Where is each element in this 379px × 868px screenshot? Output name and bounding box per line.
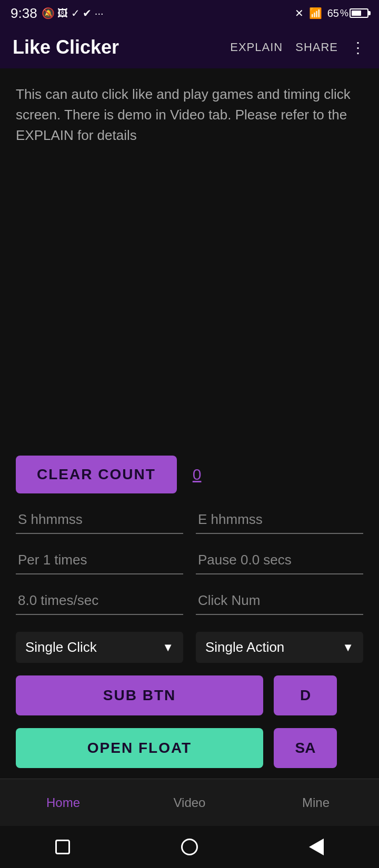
system-nav xyxy=(0,826,379,868)
start-time-wrapper xyxy=(16,506,183,534)
per-pause-row xyxy=(16,547,363,574)
back-icon xyxy=(309,839,324,855)
end-time-input[interactable] xyxy=(196,506,363,534)
dropdown-row: Single Click ▼ Single Action ▼ xyxy=(16,632,363,663)
app-title: Like Clicker xyxy=(13,36,220,58)
times-clicknum-row xyxy=(16,587,363,615)
per-times-input[interactable] xyxy=(16,547,183,574)
main-content: This can auto click like and play games … xyxy=(0,68,379,779)
clear-count-button[interactable]: CLEAR COUNT xyxy=(16,456,177,493)
more-options-button[interactable]: ⋮ xyxy=(351,39,366,56)
app-bar: Like Clicker EXPLAIN SHARE ⋮ xyxy=(0,26,379,68)
end-time-wrapper xyxy=(196,506,363,534)
action-type-label: Single Action xyxy=(205,639,342,655)
time-inputs-row xyxy=(16,506,363,534)
open-float-row: OPEN FLOAT SA xyxy=(16,728,363,768)
click-type-chevron-down-icon: ▼ xyxy=(162,641,174,654)
description-text: This can auto click like and play games … xyxy=(16,84,363,146)
per-times-wrapper xyxy=(16,547,183,574)
action-type-dropdown[interactable]: Single Action ▼ xyxy=(196,632,363,663)
nav-video-label: Video xyxy=(174,795,206,810)
recent-apps-icon xyxy=(55,840,70,854)
notification-icons: 🔕 🖼 ✓ ✔ ··· xyxy=(42,7,104,19)
battery-body xyxy=(350,8,368,18)
controls-section: CLEAR COUNT 0 xyxy=(16,456,363,768)
clear-count-row: CLEAR COUNT 0 xyxy=(16,456,363,493)
d-button[interactable]: D xyxy=(274,675,337,715)
nav-home[interactable]: Home xyxy=(0,779,126,826)
nav-video[interactable]: Video xyxy=(126,779,253,826)
open-float-button[interactable]: OPEN FLOAT xyxy=(16,728,263,768)
sub-button[interactable]: SUB BTN xyxy=(16,675,263,715)
explain-button[interactable]: EXPLAIN xyxy=(230,41,283,54)
pause-secs-wrapper xyxy=(196,547,363,574)
click-num-wrapper xyxy=(196,587,363,615)
time-display: 9:38 xyxy=(11,5,37,22)
status-bar: 9:38 🔕 🖼 ✓ ✔ ··· ✕ 📶 65 % xyxy=(0,0,379,26)
battery-indicator: 65 % xyxy=(327,7,368,19)
click-type-dropdown[interactable]: Single Click ▼ xyxy=(16,632,183,663)
battery-fill xyxy=(352,11,361,16)
count-value: 0 xyxy=(193,466,202,483)
start-time-input[interactable] xyxy=(16,506,183,534)
action-type-chevron-down-icon: ▼ xyxy=(342,641,354,654)
bottom-nav: Home Video Mine xyxy=(0,779,379,826)
cancel-icon: ✕ xyxy=(295,7,304,19)
nav-home-label: Home xyxy=(46,795,80,810)
pause-secs-input[interactable] xyxy=(196,547,363,574)
app-bar-actions: EXPLAIN SHARE ⋮ xyxy=(230,39,366,56)
times-per-sec-wrapper xyxy=(16,587,183,615)
battery-percent: 65 xyxy=(327,7,339,19)
home-icon xyxy=(181,839,198,855)
sa-button[interactable]: SA xyxy=(274,728,337,768)
recent-apps-button[interactable] xyxy=(55,840,70,854)
times-per-sec-input[interactable] xyxy=(16,587,183,615)
nav-mine-label: Mine xyxy=(302,795,330,810)
share-button[interactable]: SHARE xyxy=(295,41,338,54)
click-num-input[interactable] xyxy=(196,587,363,615)
spacer xyxy=(16,162,363,456)
home-button[interactable] xyxy=(181,839,198,855)
back-button[interactable] xyxy=(309,839,324,855)
nav-mine[interactable]: Mine xyxy=(253,779,379,826)
sub-btn-row: SUB BTN D xyxy=(16,675,363,715)
wifi-icon: 📶 xyxy=(309,7,322,19)
status-right: ✕ 📶 65 % xyxy=(295,7,368,19)
status-time: 9:38 🔕 🖼 ✓ ✔ ··· xyxy=(11,5,104,22)
click-type-label: Single Click xyxy=(25,639,162,655)
